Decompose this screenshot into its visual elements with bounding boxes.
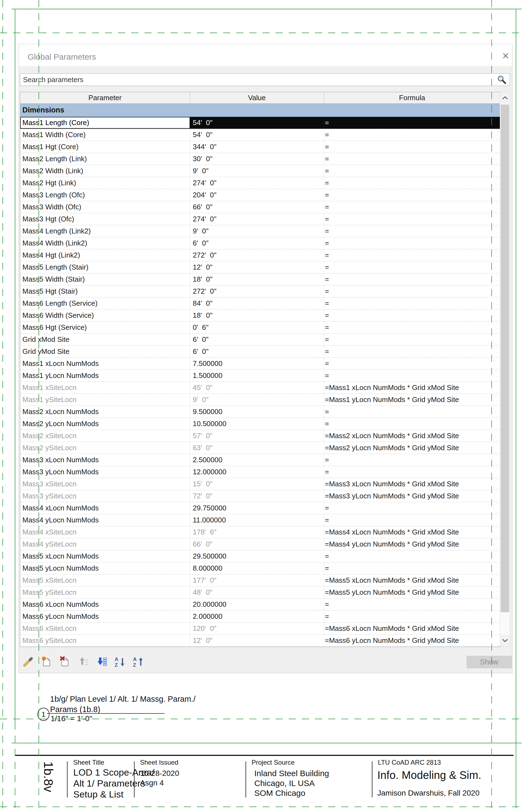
formula-cell[interactable]: = <box>324 201 500 213</box>
table-row[interactable]: Mass2 xSiteLocn57' 0"=Mass2 xLocn NumMod… <box>20 430 500 442</box>
value-cell[interactable]: 12' 0" <box>190 635 324 647</box>
value-cell[interactable]: 29.750000 <box>190 502 324 514</box>
table-row[interactable]: Mass3 xLocn NumMods2.500000= <box>20 454 500 466</box>
dialog-titlebar[interactable]: Global Parameters × <box>19 44 512 66</box>
parameter-cell[interactable]: Mass2 Length (Link) <box>20 153 190 165</box>
parameter-cell[interactable]: Mass1 Length (Core) <box>20 117 190 129</box>
parameter-cell[interactable]: Mass1 Width (Core) <box>20 129 190 141</box>
value-cell[interactable]: 2.500000 <box>190 454 324 466</box>
formula-cell[interactable]: = <box>324 454 500 466</box>
parameter-cell[interactable]: Mass1 ySiteLocn <box>20 394 190 406</box>
table-row[interactable]: Mass5 Width (Stair)18' 0"= <box>20 273 500 286</box>
edit-parameter-icon[interactable] <box>22 656 34 668</box>
formula-cell[interactable]: = <box>324 153 500 165</box>
parameter-cell[interactable]: Mass5 ySiteLocn <box>20 586 190 598</box>
parameter-cell[interactable]: Mass4 Length (Link2) <box>20 225 190 237</box>
value-cell[interactable]: 6' 0" <box>190 334 324 345</box>
value-cell[interactable]: 20.000000 <box>190 598 324 610</box>
formula-cell[interactable]: = <box>324 418 500 430</box>
table-row[interactable]: Mass4 Width (Link2)6' 0"= <box>20 237 500 249</box>
table-row[interactable]: Mass3 yLocn NumMods12.000000= <box>20 466 500 478</box>
table-row[interactable]: Mass2 yLocn NumMods10.500000= <box>20 418 500 430</box>
formula-cell[interactable]: = <box>324 322 500 333</box>
table-row[interactable]: Mass1 Length (Core)54' 0"= <box>20 117 500 129</box>
value-cell[interactable]: 29.500000 <box>190 550 324 562</box>
search-input[interactable]: Search parameters <box>20 73 510 86</box>
formula-cell[interactable]: =Mass4 yLocn NumMods * Grid yMod Site <box>324 538 500 550</box>
parameter-cell[interactable]: Mass3 Hgt (Ofc) <box>20 213 190 225</box>
table-row[interactable]: Mass4 ySiteLocn66' 0"=Mass4 yLocn NumMod… <box>20 538 500 550</box>
parameter-cell[interactable]: Mass2 Hgt (Link) <box>20 177 190 189</box>
value-cell[interactable]: 120' 0" <box>190 623 324 634</box>
table-row[interactable]: Mass1 ySiteLocn9' 0"=Mass1 yLocn NumMods… <box>20 394 500 406</box>
formula-cell[interactable]: = <box>324 370 500 381</box>
value-cell[interactable]: 10.500000 <box>190 418 324 430</box>
group-header-dimensions[interactable]: Dimensions <box>20 104 500 117</box>
value-cell[interactable]: 72' 0" <box>190 490 324 502</box>
value-cell[interactable]: 9' 0" <box>190 225 324 237</box>
value-cell[interactable]: 54' 0" <box>190 129 324 141</box>
parameter-cell[interactable]: Mass6 xSiteLocn <box>20 623 190 634</box>
value-cell[interactable]: 9' 0" <box>190 394 324 406</box>
value-cell[interactable]: 177' 0" <box>190 575 324 586</box>
table-row[interactable]: Mass5 xLocn NumMods29.500000= <box>20 550 500 562</box>
parameter-cell[interactable]: Mass6 Width (Service) <box>20 309 190 321</box>
move-up-icon[interactable] <box>77 656 89 668</box>
formula-cell[interactable]: =Mass5 xLocn NumMods * Grid xMod Site <box>324 575 500 586</box>
scrollbar-thumb[interactable] <box>501 104 509 612</box>
parameter-cell[interactable]: Mass4 Width (Link2) <box>20 237 190 249</box>
parameter-cell[interactable]: Mass6 Length (Service) <box>20 298 190 309</box>
formula-cell[interactable]: = <box>324 358 500 369</box>
parameter-cell[interactable]: Mass5 xLocn NumMods <box>20 550 190 562</box>
formula-cell[interactable]: =Mass3 xLocn NumMods * Grid xMod Site <box>324 478 500 490</box>
formula-cell[interactable]: =Mass6 yLocn NumMods * Grid yMod Site <box>324 635 500 647</box>
table-row[interactable]: Mass1 Hgt (Core)344' 0"= <box>20 141 500 153</box>
formula-cell[interactable]: =Mass2 yLocn NumMods * Grid yMod Site <box>324 442 500 454</box>
parameter-cell[interactable]: Mass2 ySiteLocn <box>20 442 190 454</box>
formula-cell[interactable]: = <box>324 249 500 261</box>
table-row[interactable]: Mass2 Width (Link)9' 0"= <box>20 165 500 177</box>
formula-cell[interactable]: =Mass6 xLocn NumMods * Grid xMod Site <box>324 623 500 634</box>
parameter-cell[interactable]: Grid xMod Site <box>20 334 190 345</box>
value-cell[interactable]: 48' 0" <box>190 586 324 598</box>
table-row[interactable]: Mass5 ySiteLocn48' 0"=Mass5 yLocn NumMod… <box>20 586 500 598</box>
table-row[interactable]: Mass6 Length (Service)84' 0"= <box>20 298 500 309</box>
formula-cell[interactable]: = <box>324 550 500 562</box>
table-row[interactable]: Mass4 yLocn NumMods11.000000= <box>20 514 500 526</box>
table-row[interactable]: Mass4 Length (Link2)9' 0"= <box>20 225 500 237</box>
parameter-cell[interactable]: Mass6 yLocn NumMods <box>20 611 190 622</box>
value-cell[interactable]: 6' 0" <box>190 237 324 249</box>
parameter-cell[interactable]: Mass2 xLocn NumMods <box>20 406 190 418</box>
value-cell[interactable]: 63' 0" <box>190 442 324 454</box>
value-cell[interactable]: 12.000000 <box>190 466 324 478</box>
formula-cell[interactable]: =Mass1 xLocn NumMods * Grid xMod Site <box>324 382 500 394</box>
formula-cell[interactable]: = <box>324 129 500 141</box>
parameter-cell[interactable]: Mass4 ySiteLocn <box>20 538 190 550</box>
value-cell[interactable]: 9' 0" <box>190 165 324 177</box>
parameter-cell[interactable]: Mass3 yLocn NumMods <box>20 466 190 478</box>
formula-cell[interactable]: = <box>324 165 500 177</box>
value-cell[interactable]: 11.000000 <box>190 514 324 526</box>
formula-cell[interactable]: = <box>324 346 500 358</box>
parameter-cell[interactable]: Mass2 yLocn NumMods <box>20 418 190 430</box>
table-row[interactable]: Mass4 xSiteLocn178' 6"=Mass4 xLocn NumMo… <box>20 526 500 538</box>
value-cell[interactable]: 57' 0" <box>190 430 324 442</box>
table-row[interactable]: Mass6 xLocn NumMods20.000000= <box>20 598 500 611</box>
parameter-cell[interactable]: Mass4 xLocn NumMods <box>20 502 190 514</box>
parameter-cell[interactable]: Mass2 xSiteLocn <box>20 430 190 442</box>
value-cell[interactable]: 12' 0" <box>190 261 324 273</box>
table-row[interactable]: Mass3 Length (Ofc)204' 0"= <box>20 189 500 201</box>
formula-cell[interactable]: =Mass4 xLocn NumMods * Grid xMod Site <box>324 526 500 538</box>
sort-ascending-icon[interactable]: A Z <box>114 656 126 668</box>
value-cell[interactable]: 9.500000 <box>190 406 324 418</box>
formula-cell[interactable]: =Mass5 yLocn NumMods * Grid yMod Site <box>324 586 500 598</box>
show-button[interactable]: Show <box>466 656 512 668</box>
formula-cell[interactable]: = <box>324 611 500 622</box>
formula-cell[interactable]: = <box>324 261 500 273</box>
value-cell[interactable]: 84' 0" <box>190 298 324 309</box>
table-row[interactable]: Mass6 xSiteLocn120' 0"=Mass6 xLocn NumMo… <box>20 623 500 635</box>
value-cell[interactable]: 1.500000 <box>190 370 324 381</box>
table-row[interactable]: Mass2 xLocn NumMods9.500000= <box>20 406 500 418</box>
table-row[interactable]: Mass5 yLocn NumMods8.000000= <box>20 562 500 575</box>
parameter-cell[interactable]: Mass5 yLocn NumMods <box>20 562 190 574</box>
